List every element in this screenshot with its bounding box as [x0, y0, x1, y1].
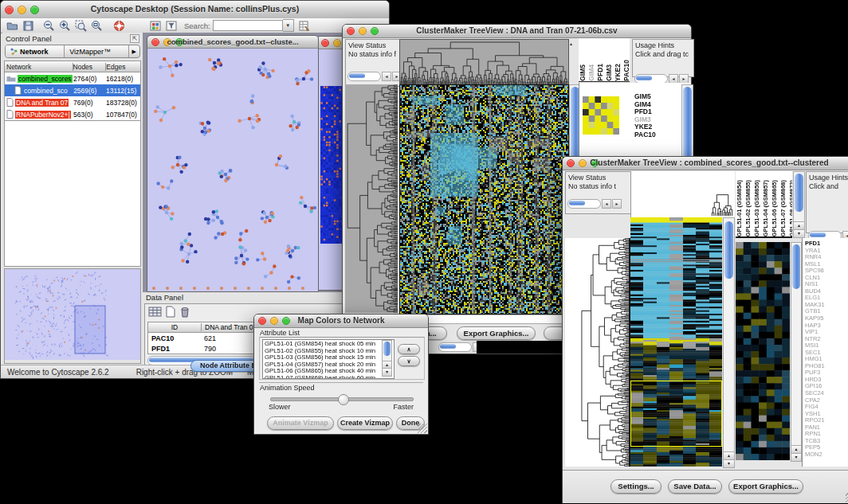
network-table: Network Nodes Edges combined_scores 2764…	[4, 61, 141, 121]
folder-icon	[6, 75, 16, 82]
file-icon	[14, 86, 22, 95]
help-lifesaver-icon[interactable]	[112, 19, 126, 33]
zoom-selected-icon[interactable]	[73, 19, 88, 33]
tv1-export-graphics-button[interactable]: Export Graphics...	[457, 326, 536, 340]
close-button[interactable]	[321, 39, 329, 47]
zoom-in-icon[interactable]	[57, 19, 72, 33]
close-button[interactable]	[567, 159, 575, 167]
tv1-row-dendrogram-canvas[interactable]	[345, 84, 398, 313]
birdseye-view[interactable]	[4, 268, 141, 364]
control-panel-title: Control Panel	[6, 34, 52, 43]
treeview2-title: ClusterMaker TreeView : combined_scores_…	[579, 158, 840, 167]
tv1-column-labels: GIM5GIM4PFD1GIM3YKE2PAC10	[579, 38, 630, 82]
open-file-icon[interactable]	[5, 19, 19, 33]
network-tree-icon	[10, 48, 18, 55]
tv1-usage-hints-panel: Usage Hints Click and drag tc	[632, 39, 694, 77]
tv2-gene-labels: PFD1YRA1RNR4MSL1SPC98CLN1NIS1BUD4ELG1MAK…	[803, 238, 848, 459]
dense-grid-network-canvas[interactable]	[320, 86, 344, 244]
main-window-title: Cytoscape Desktop (Session Name: collins…	[1, 4, 389, 14]
vizmap-icon[interactable]	[148, 19, 163, 33]
delete-attribute-icon[interactable]	[179, 306, 190, 321]
tab-overflow-arrow[interactable]: ▶	[129, 45, 139, 57]
faster-label: Faster	[393, 403, 414, 411]
tv1-status-scrollbar[interactable]: ◂▸	[347, 72, 402, 81]
tv2-row-dendrogram-canvas[interactable]	[565, 238, 630, 467]
tv2-usage-hints-panel: Usage Hints Click and	[806, 171, 848, 233]
tv2-status-scrollbar[interactable]: ◂▸	[567, 199, 622, 209]
search-label: Search:	[184, 21, 210, 30]
network-view-1-titlebar[interactable]: combined_scores_good.txt--cluste...	[147, 36, 318, 49]
animation-speed-slider[interactable]	[270, 397, 414, 401]
tv1-similarity-matrix-canvas[interactable]	[583, 96, 619, 135]
tv2-zoom-vscrollbar[interactable]: ▴▾	[791, 242, 802, 462]
tv2-export-graphics-button[interactable]: Export Graphics...	[728, 479, 803, 494]
main-titlebar[interactable]: Cytoscape Desktop (Session Name: collins…	[1, 1, 389, 19]
new-attribute-icon[interactable]	[165, 306, 176, 321]
tv1-gene-labels: GIM5GIM4PFD1GIM3YKE2PAC10	[634, 93, 656, 139]
tv2-heatmap-vscrollbar[interactable]: ▴▾	[723, 217, 735, 468]
zoom-out-icon[interactable]	[41, 19, 56, 33]
dialog-titlebar[interactable]: Map Colors to Network	[254, 315, 428, 328]
tv2-heatmap-canvas[interactable]	[630, 217, 722, 467]
treeview1-titlebar[interactable]: ClusterMaker TreeView : DNA and Tran 07-…	[343, 25, 691, 38]
slower-label: Slower	[269, 403, 291, 411]
animation-speed-label: Animation Speed	[260, 384, 315, 392]
tab-network[interactable]: Network	[6, 45, 65, 57]
resize-grip[interactable]	[418, 424, 427, 433]
move-up-button[interactable]: ∧	[398, 344, 420, 354]
control-panel: Control Panel ⇱ Network VizMapper™ ▶ Net…	[2, 33, 143, 365]
attribute-list[interactable]: GPL51-01 (GSM854) heat shock 05 minGPL51…	[262, 339, 395, 379]
create-vizmap-button[interactable]: Create Vizmap	[337, 416, 393, 430]
treeview2-titlebar[interactable]: ClusterMaker TreeView : combined_scores_…	[563, 157, 848, 170]
tv2-gene-panel: PFD1YRA1RNR4MSL1SPC98CLN1NIS1BUD4ELG1MAK…	[802, 238, 848, 467]
network-view-window-1[interactable]: combined_scores_good.txt--cluste...	[147, 35, 319, 292]
tv2-labels-vscrollbar[interactable]: ▴▾	[793, 171, 805, 238]
tab-vizmapper[interactable]: VizMapper™	[65, 45, 128, 57]
search-input[interactable]	[213, 20, 283, 31]
main-toolbar: Search: ▼	[1, 18, 389, 33]
tv2-button-bar: Settings... Save Data... Export Graphics…	[563, 470, 848, 503]
treeview1-title: ClusterMaker TreeView : DNA and Tran 07-…	[343, 26, 691, 35]
birdseye-canvas[interactable]	[5, 269, 140, 360]
network-list-empty-area	[4, 121, 141, 267]
tv1-mini-up-arrow[interactable]: ▴	[570, 41, 572, 46]
table-import-icon[interactable]	[297, 19, 312, 33]
dialog-title: Map Colors to Network	[254, 316, 428, 325]
zoom-fit-icon[interactable]	[89, 19, 104, 33]
save-icon[interactable]	[21, 19, 35, 33]
animate-vizmap-button: Animate Vizmap	[267, 416, 334, 430]
tv2-column-labels: GPL51-01 (GSM854)GPL51-02 (GSM855)GPL51-…	[736, 171, 792, 238]
move-down-button[interactable]: ∨	[398, 356, 420, 366]
file-icon	[6, 98, 14, 107]
network-row[interactable]: DNA and Tran 07 769(0) 183728(0)	[5, 96, 140, 108]
network-canvas[interactable]	[147, 49, 316, 291]
filter-icon[interactable]	[164, 19, 179, 33]
network-row-selected[interactable]: combined_sco 2569(6) 13112(15)	[5, 84, 140, 96]
desktop: Cytoscape Desktop (Session Name: collins…	[0, 0, 848, 504]
tv1-heatmap-canvas[interactable]	[399, 84, 569, 315]
tv2-save-data-button[interactable]: Save Data...	[668, 479, 722, 494]
file-icon	[6, 110, 14, 119]
network-view-1-title: combined_scores_good.txt--cluste...	[147, 37, 318, 46]
slider-thumb[interactable]	[338, 394, 349, 405]
network-table-header[interactable]: Network Nodes Edges	[5, 61, 140, 72]
network-row[interactable]: combined_scores 2764(0) 16218(0)	[5, 72, 140, 84]
search-dropdown-icon[interactable]: ▼	[283, 19, 294, 32]
tv1-column-dendrogram-canvas[interactable]	[399, 39, 569, 85]
tv2-settings-button[interactable]: Settings...	[610, 479, 662, 494]
map-colors-dialog[interactable]: Map Colors to Network Attribute List GPL…	[253, 314, 429, 435]
attribute-select-icon[interactable]	[148, 306, 162, 321]
search-box: ▼	[213, 19, 294, 32]
treeview2-window[interactable]: ClusterMaker TreeView : combined_scores_…	[562, 156, 848, 503]
tv2-zoom-heatmap-canvas[interactable]	[736, 242, 790, 460]
float-panel-icon[interactable]: ⇱	[130, 34, 139, 43]
status-welcome: Welcome to Cytoscape 2.6.2	[7, 368, 109, 377]
network-row[interactable]: RNAPuberNov2+| 563(0) 107847(0)	[5, 108, 140, 120]
attribute-list-label: Attribute List	[260, 329, 300, 337]
tv2-column-dendrogram-canvas[interactable]	[630, 171, 735, 217]
minimize-button[interactable]	[333, 39, 341, 47]
control-panel-tabs: Network VizMapper™ ▶	[5, 45, 140, 58]
attribute-list-vscrollbar[interactable]: ▴▾	[382, 340, 392, 377]
